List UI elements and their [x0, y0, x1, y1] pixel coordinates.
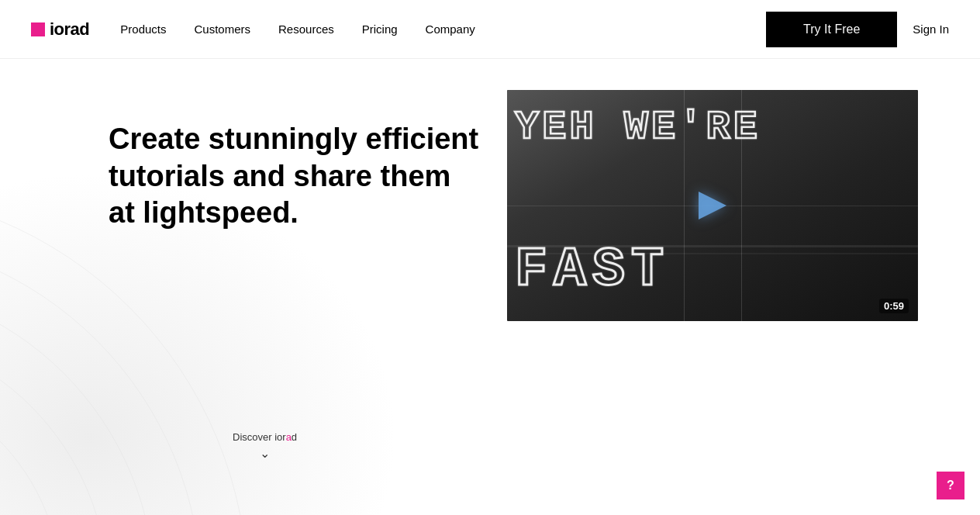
logo[interactable]: iorad: [31, 19, 89, 40]
logo-icon: [31, 22, 45, 36]
sign-in-button[interactable]: Sign In: [913, 22, 949, 36]
nav-right: Try It Free Sign In: [766, 12, 949, 47]
hero-title: Create stunningly efficient tutorials an…: [109, 121, 481, 232]
video-line1-text: YEH WE'RE: [515, 105, 910, 150]
video-line2-text: FAST: [515, 244, 670, 298]
discover-text: Discover iorad: [233, 431, 297, 443]
nav-pricing[interactable]: Pricing: [362, 22, 398, 36]
discover-link[interactable]: Discover iorad ⌄: [233, 431, 297, 461]
nav-products[interactable]: Products: [120, 22, 166, 36]
play-button[interactable]: [699, 192, 726, 219]
discover-highlight: a: [286, 431, 292, 443]
nav-resources[interactable]: Resources: [278, 22, 334, 36]
hero-section: Create stunningly efficient tutorials an…: [109, 121, 481, 232]
nav-customers[interactable]: Customers: [195, 22, 251, 36]
video-text-bottom: FAST: [515, 244, 670, 298]
video-background: YEH WE'RE FAST 0:59: [507, 90, 918, 321]
logo-text: iorad: [50, 19, 89, 40]
chevron-down-icon: ⌄: [260, 446, 270, 461]
help-button[interactable]: ?: [937, 472, 964, 499]
video-timer: 0:59: [879, 299, 909, 313]
nav-company[interactable]: Company: [426, 22, 475, 36]
try-it-free-button[interactable]: Try It Free: [766, 12, 897, 47]
nav-links: Products Customers Resources Pricing Com…: [120, 22, 475, 36]
main-content: Create stunningly efficient tutorials an…: [0, 59, 980, 515]
video-text-top: YEH WE'RE: [515, 105, 910, 150]
navbar: iorad Products Customers Resources Prici…: [0, 0, 980, 59]
video-player[interactable]: YEH WE'RE FAST 0:59: [507, 90, 918, 321]
